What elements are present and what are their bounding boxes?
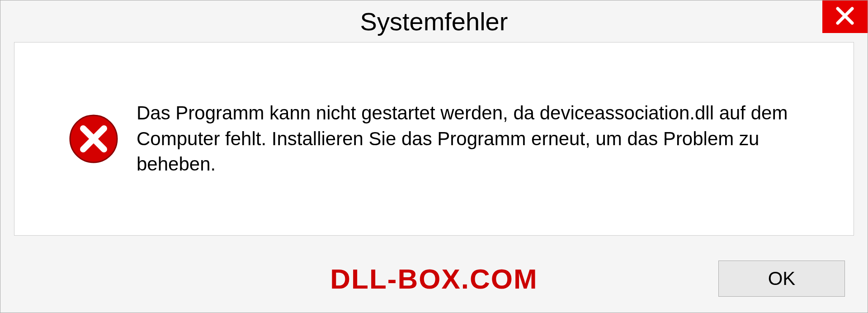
watermark-text: DLL-BOX.COM <box>330 263 538 295</box>
error-message: Das Programm kann nicht gestartet werden… <box>137 100 826 177</box>
content-panel: Das Programm kann nicht gestartet werden… <box>14 42 854 236</box>
close-icon <box>835 6 855 28</box>
error-icon <box>69 114 118 164</box>
dialog-title: Systemfehler <box>360 7 508 36</box>
ok-button[interactable]: OK <box>718 261 845 297</box>
dialog-footer: DLL-BOX.COM OK <box>0 245 868 313</box>
close-button[interactable] <box>822 0 868 33</box>
titlebar: Systemfehler <box>0 0 868 42</box>
error-dialog: Systemfehler Das Programm kann nicht ges… <box>0 0 868 313</box>
